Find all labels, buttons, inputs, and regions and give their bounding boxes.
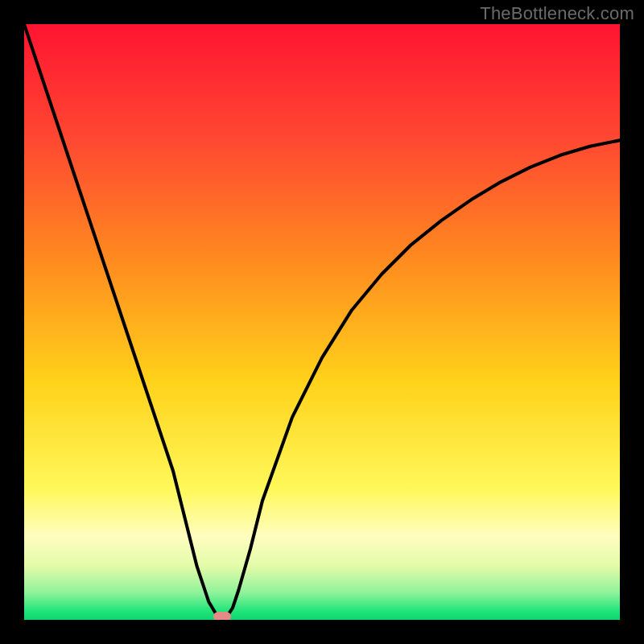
chart-frame: TheBottleneck.com — [0, 0, 644, 644]
heatmap-background — [24, 24, 620, 620]
plot-area — [24, 24, 620, 620]
optimal-point-marker — [213, 612, 231, 620]
svg-rect-0 — [24, 24, 620, 620]
watermark-text: TheBottleneck.com — [480, 3, 634, 24]
